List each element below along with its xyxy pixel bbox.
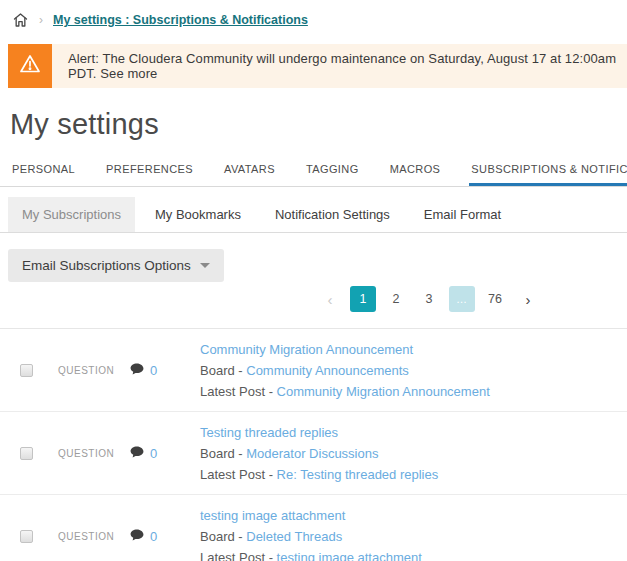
subtab-notification-settings[interactable]: Notification Settings: [261, 197, 404, 232]
checkbox-cell: [0, 447, 58, 460]
row-title-link[interactable]: testing image attachment: [200, 505, 345, 526]
subtab-email-format[interactable]: Email Format: [410, 197, 515, 232]
subscriptions-list: QUESTION 0 Community Migration Announcem…: [0, 329, 627, 561]
row-title-link[interactable]: Community Migration Announcement: [200, 339, 413, 360]
breadcrumb-chevron-icon: ›: [39, 14, 43, 26]
board-link[interactable]: Community Announcements: [246, 363, 409, 378]
subscription-row: QUESTION 0 Testing threaded replies Boar…: [0, 412, 627, 495]
tab-tagging[interactable]: TAGGING: [304, 159, 361, 186]
latest-post-link[interactable]: Community Migration Announcement: [277, 384, 490, 399]
subscription-row: QUESTION 0 Community Migration Announcem…: [0, 329, 627, 412]
row-title-link[interactable]: Testing threaded replies: [200, 422, 338, 443]
home-icon[interactable]: [12, 12, 29, 28]
row-checkbox[interactable]: [20, 364, 33, 377]
warning-triangle-icon: [18, 52, 42, 80]
comment-count[interactable]: 0: [150, 363, 157, 378]
row-type-label: QUESTION: [58, 448, 130, 459]
pagination-next-button[interactable]: ›: [515, 286, 541, 312]
comment-icon: [130, 361, 144, 379]
comment-count[interactable]: 0: [150, 529, 157, 544]
pagination-page-2[interactable]: 2: [383, 286, 409, 312]
subscription-subtabs: My Subscriptions My Bookmarks Notificati…: [0, 197, 627, 233]
comments-cell: 0: [130, 361, 180, 379]
comments-cell: 0: [130, 444, 180, 462]
email-subscriptions-options-label: Email Subscriptions Options: [22, 258, 191, 273]
alert-text: Alert: The Cloudera Community will under…: [52, 44, 627, 88]
checkbox-cell: [0, 364, 58, 377]
comment-icon: [130, 444, 144, 462]
chevron-down-icon: [200, 263, 210, 268]
alert-banner: Alert: The Cloudera Community will under…: [8, 44, 627, 88]
comment-icon: [130, 527, 144, 545]
tab-subscriptions-notifications[interactable]: SUBSCRIPTIONS & NOTIFICATIONS: [469, 159, 627, 186]
tab-macros[interactable]: MACROS: [388, 159, 443, 186]
subtab-my-subscriptions[interactable]: My Subscriptions: [8, 197, 135, 232]
latest-post-label: Latest Post -: [200, 384, 277, 399]
warning-icon-box: [8, 44, 52, 88]
board-link[interactable]: Moderator Discussions: [246, 446, 378, 461]
comments-cell: 0: [130, 527, 180, 545]
email-subscriptions-options-button[interactable]: Email Subscriptions Options: [8, 249, 224, 282]
board-label: Board -: [200, 446, 246, 461]
subtab-my-bookmarks[interactable]: My Bookmarks: [141, 197, 255, 232]
pagination-ellipsis-button[interactable]: …: [449, 286, 475, 312]
latest-post-link[interactable]: testing image attachment: [277, 550, 422, 561]
latest-post-label: Latest Post -: [200, 550, 277, 561]
subscription-row: QUESTION 0 testing image attachment Boar…: [0, 495, 627, 561]
row-checkbox[interactable]: [20, 530, 33, 543]
settings-tabs: PERSONAL PREFERENCES AVATARS TAGGING MAC…: [0, 159, 627, 187]
pagination: ‹ 1 2 3 … 76 ›: [0, 284, 541, 314]
row-content: testing image attachment Board - Deleted…: [180, 505, 627, 561]
row-content: Testing threaded replies Board - Moderat…: [180, 422, 627, 485]
board-link[interactable]: Deleted Threads: [246, 529, 342, 544]
row-type-label: QUESTION: [58, 531, 130, 542]
comment-count[interactable]: 0: [150, 446, 157, 461]
board-label: Board -: [200, 529, 246, 544]
tab-personal[interactable]: PERSONAL: [10, 159, 77, 186]
board-label: Board -: [200, 363, 246, 378]
pagination-page-3[interactable]: 3: [416, 286, 442, 312]
latest-post-link[interactable]: Re: Testing threaded replies: [277, 467, 439, 482]
pagination-page-1[interactable]: 1: [350, 286, 376, 312]
breadcrumb-link[interactable]: My settings : Subscriptions & Notificati…: [53, 13, 308, 27]
row-content: Community Migration Announcement Board -…: [180, 339, 627, 402]
breadcrumb: › My settings : Subscriptions & Notifica…: [0, 0, 627, 30]
latest-post-label: Latest Post -: [200, 467, 277, 482]
toolbar: Email Subscriptions Options: [8, 249, 627, 282]
my-settings-page: › My settings : Subscriptions & Notifica…: [0, 0, 627, 561]
checkbox-cell: [0, 530, 58, 543]
row-type-label: QUESTION: [58, 365, 130, 376]
pagination-page-76[interactable]: 76: [482, 286, 508, 312]
tab-preferences[interactable]: PREFERENCES: [104, 159, 195, 186]
row-checkbox[interactable]: [20, 447, 33, 460]
tab-avatars[interactable]: AVATARS: [222, 159, 277, 186]
page-title: My settings: [10, 108, 627, 141]
pagination-prev-button[interactable]: ‹: [317, 286, 343, 312]
